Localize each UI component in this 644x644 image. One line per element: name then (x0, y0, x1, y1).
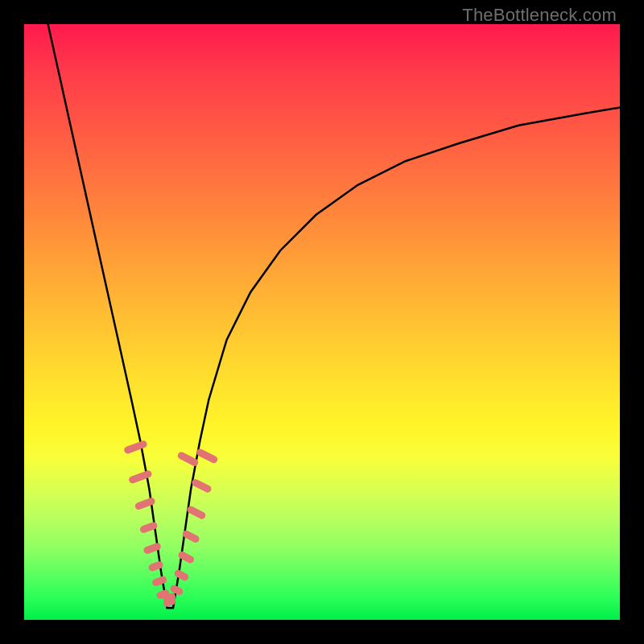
chart-frame: TheBottleneck.com (0, 0, 644, 644)
curve-marker (123, 440, 148, 455)
curve-group (48, 24, 620, 608)
bottleneck-curve (48, 24, 620, 608)
plot-area (24, 24, 620, 620)
watermark-text: TheBottleneck.com (462, 5, 617, 26)
curve-layer (24, 24, 620, 620)
curve-marker (191, 478, 213, 494)
curve-marker (151, 575, 167, 587)
marker-group (123, 440, 219, 607)
curve-marker (196, 448, 219, 464)
curve-marker (186, 505, 207, 520)
curve-marker (173, 568, 190, 581)
curve-marker (168, 593, 175, 605)
